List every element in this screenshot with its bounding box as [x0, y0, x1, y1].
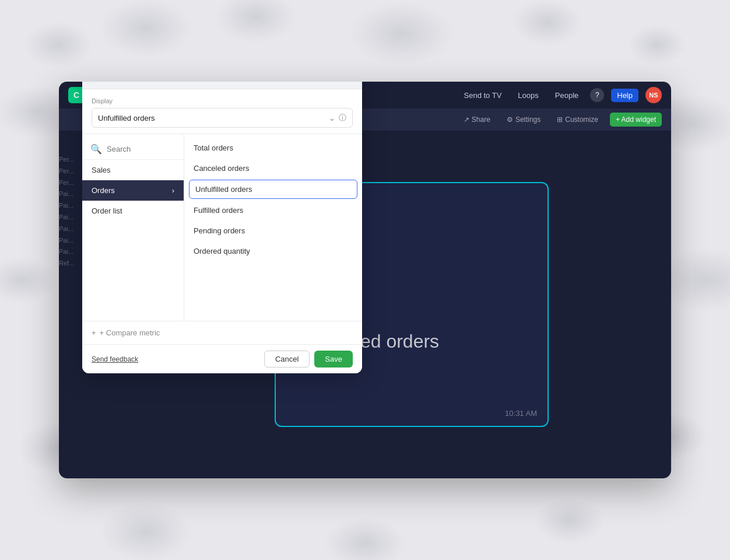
settings-icon: ⚙: [507, 116, 513, 124]
customize-icon: ⊞: [557, 116, 563, 124]
cancel-button[interactable]: Cancel: [264, 351, 310, 368]
save-button[interactable]: Save: [314, 351, 353, 368]
display-value: Unfulfilled orders: [98, 114, 155, 123]
menu-item-ordered-quantity[interactable]: Ordered quantity: [184, 241, 362, 261]
share-icon: ↗: [464, 116, 469, 124]
category-orders[interactable]: Orders: [82, 180, 184, 201]
add-widget-button[interactable]: + Add widget: [610, 113, 662, 127]
main-window: C ☰ Dashboards Send to TV Loops People ?…: [59, 82, 671, 478]
compare-metric[interactable]: + + Compare metric: [82, 321, 362, 344]
menu-item-canceled-orders[interactable]: Canceled orders: [184, 158, 362, 178]
category-order-list[interactable]: Order list: [82, 201, 184, 221]
loops-button[interactable]: Loops: [513, 89, 543, 102]
help-icon-button[interactable]: ?: [590, 88, 604, 102]
send-feedback-link[interactable]: Send feedback: [92, 355, 138, 363]
shopify-header: S Shopify cauliflowers3 - GB ▾: [82, 82, 362, 89]
people-button[interactable]: People: [550, 89, 583, 102]
panel-overlay: S Shopify cauliflowers3 - GB ▾ Display U…: [82, 82, 362, 373]
chevron-down-icon: ⌄: [329, 114, 335, 123]
category-sales[interactable]: Sales: [82, 160, 184, 180]
menu-item-unfulfilled-orders[interactable]: Unfulfilled orders: [189, 180, 357, 199]
search-icon: 🔍: [90, 144, 102, 155]
avatar[interactable]: NS: [645, 87, 662, 103]
search-bar: 🔍: [82, 139, 184, 160]
panel-footer: Send feedback Cancel Save: [82, 344, 362, 373]
content-area: Per... Per... Per... Pai... Pai... Pai..…: [59, 131, 671, 478]
help-label-button[interactable]: Help: [611, 89, 638, 102]
chevron-right-icon: [172, 186, 174, 195]
categories-pane: 🔍 Sales Orders Order list: [82, 134, 184, 321]
display-label: Display: [92, 97, 353, 104]
plus-icon: +: [92, 328, 96, 337]
menu-item-pending-orders[interactable]: Pending orders: [184, 220, 362, 241]
share-button[interactable]: ↗ Share: [459, 113, 495, 126]
send-to-tv-button[interactable]: Send to TV: [459, 89, 507, 102]
search-input[interactable]: [107, 145, 176, 153]
dropdown-body: 🔍 Sales Orders Order list: [82, 134, 362, 321]
widget-time: 10:31 AM: [505, 409, 537, 418]
display-section: Display Unfulfilled orders ⌄ ⓘ: [82, 89, 362, 134]
customize-button[interactable]: ⊞ Customize: [552, 113, 603, 126]
display-select[interactable]: Unfulfilled orders ⌄ ⓘ: [92, 108, 353, 128]
menu-item-total-orders[interactable]: Total orders: [184, 138, 362, 158]
items-pane: Total orders Canceled orders Unfulfilled…: [184, 134, 362, 321]
settings-button[interactable]: ⚙ Settings: [502, 113, 545, 126]
menu-item-fulfilled-orders[interactable]: Fulfilled orders: [184, 200, 362, 220]
info-icon: ⓘ: [339, 113, 346, 123]
